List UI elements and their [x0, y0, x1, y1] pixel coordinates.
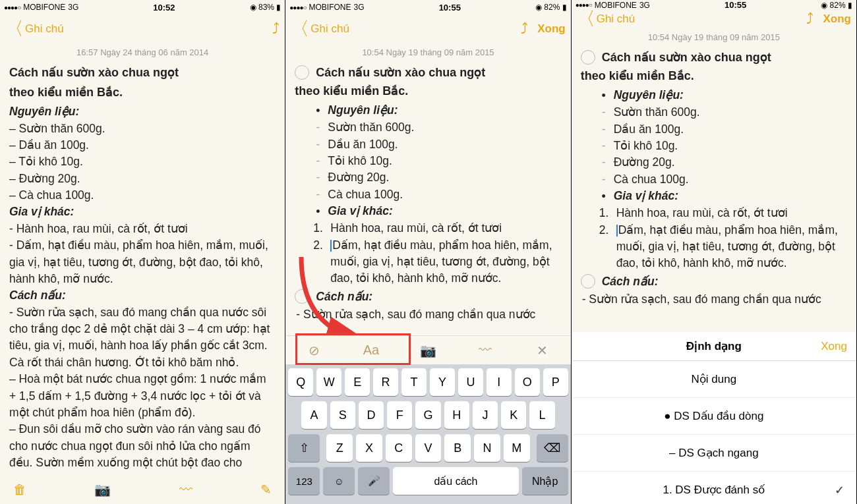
return-key[interactable]: Nhập: [522, 467, 568, 495]
section-heading: Cách nấu:: [9, 287, 276, 304]
note-title-line1: Cách nấu sườn xào chua ngọt: [9, 64, 276, 81]
done-button[interactable]: Xong: [537, 22, 566, 36]
key-m[interactable]: M: [504, 434, 530, 462]
checkbox-circle[interactable]: [581, 50, 595, 65]
back-button[interactable]: 〈 Ghi chú: [5, 20, 64, 38]
battery-percent: ◉ 82% ▮: [535, 3, 567, 12]
section-heading: Nguyên liệu:: [9, 103, 276, 120]
key-e[interactable]: E: [345, 368, 370, 396]
key-y[interactable]: Y: [430, 368, 455, 396]
format-option-numbered[interactable]: 1. DS Được đánh số ✓: [572, 472, 856, 504]
ingredient-item: Đường 20g.: [328, 169, 561, 186]
section-heading: Gia vị khác:: [614, 188, 847, 205]
close-icon[interactable]: ✕: [529, 343, 555, 358]
checkbox-circle[interactable]: [295, 289, 309, 304]
sketch-icon[interactable]: 〰: [179, 482, 192, 497]
key-j[interactable]: J: [473, 401, 498, 429]
key-h[interactable]: H: [444, 401, 469, 429]
ingredient-item: Cà chua 100g.: [614, 171, 847, 188]
bottom-toolbar: 🗑 📷 〰 ✎: [0, 475, 285, 504]
chevron-left-icon: 〈: [291, 20, 309, 38]
key-s[interactable]: S: [330, 401, 355, 429]
key-q[interactable]: Q: [288, 368, 313, 396]
signal-dots: ●●●●○: [289, 4, 306, 11]
checkbox-circle[interactable]: [295, 65, 309, 80]
key-d[interactable]: D: [359, 401, 384, 429]
signal-dots: ●●●●○: [576, 1, 592, 9]
sketch-icon[interactable]: 〰: [472, 343, 498, 358]
network: 3G: [639, 1, 650, 10]
key-n[interactable]: N: [474, 434, 500, 462]
compose-icon[interactable]: ✎: [260, 482, 272, 497]
note-timestamp: 10:54 Ngày 19 tháng 09 năm 2015: [572, 28, 856, 49]
carrier: MOBIFONE: [595, 1, 637, 10]
back-button[interactable]: 〈 Ghi chú: [291, 20, 349, 38]
key-a[interactable]: A: [301, 401, 326, 429]
step-item: Sườn rửa sạch, sau đó mang chần qua nước…: [9, 304, 276, 372]
shift-key[interactable]: ⇧: [288, 434, 320, 462]
spice-item: Dấm, hạt điều màu, phẩm hoa hiên, mắm, m…: [9, 237, 276, 287]
key-i[interactable]: I: [487, 368, 512, 396]
key-g[interactable]: G: [415, 401, 440, 429]
back-button[interactable]: 〈 Ghi chú: [577, 10, 635, 28]
checkbox-circle[interactable]: [581, 274, 595, 289]
key-t[interactable]: T: [401, 368, 427, 396]
list-item: Hành hoa, rau mùi, cà rốt, ớt tươi: [330, 220, 561, 237]
camera-icon[interactable]: 📷: [415, 343, 441, 358]
format-option-dashed[interactable]: – DS Gạch ngang: [572, 435, 856, 472]
emoji-key[interactable]: ☺: [323, 467, 355, 495]
phone-2: ●●●●○ MOBIFONE 3G 10:55 ◉ 82% ▮ 〈 Ghi ch…: [285, 0, 571, 504]
key-f[interactable]: F: [387, 401, 412, 429]
step-item: Sườn rửa sạch, sau đó mang chần qua nước: [581, 291, 847, 308]
ingredient-item: Dầu ăn 100g.: [9, 137, 276, 154]
battery-percent: ◉ 83% ▮: [250, 3, 281, 12]
checklist-title-row: Cách nấu sườn xào chua ngọt: [295, 64, 561, 81]
done-button[interactable]: Xong: [823, 13, 851, 26]
section-heading: Nguyên liệu:: [614, 87, 847, 104]
key-c[interactable]: C: [386, 434, 412, 462]
nav-bar: 〈 Ghi chú ⤴ Xong: [572, 10, 856, 28]
note-body[interactable]: Cách nấu sườn xào chua ngọt theo kiểu mi…: [285, 64, 570, 335]
note-body[interactable]: Cách nấu sườn xào chua ngọt theo kiểu mi…: [0, 64, 285, 475]
step-item: Đun sôi dầu mỡ cho sườn vào rán vàng sau…: [9, 421, 276, 471]
key-z[interactable]: Z: [326, 434, 353, 462]
key-p[interactable]: P: [543, 368, 568, 396]
key-w[interactable]: W: [316, 368, 341, 396]
list-item: Dấm, hạt điều màu, phẩm hoa hiên, mắm, m…: [616, 222, 847, 272]
mic-key[interactable]: 🎤: [358, 467, 390, 495]
camera-icon[interactable]: 📷: [94, 482, 111, 497]
share-icon[interactable]: ⤴: [521, 20, 528, 38]
trash-icon[interactable]: 🗑: [13, 482, 26, 497]
share-icon[interactable]: ⤴: [272, 20, 280, 38]
note-body[interactable]: Cách nấu sườn xào chua ngọt theo kiểu mi…: [572, 49, 856, 332]
phone-1: ●●●●○ MOBIFONE 3G 10:52 ◉ 83% ▮ 〈 Ghi ch…: [0, 0, 285, 504]
key-v[interactable]: V: [415, 434, 442, 462]
ingredient-item: Cà chua 100g.: [328, 186, 561, 203]
format-done-button[interactable]: Xong: [821, 340, 847, 353]
number-key[interactable]: 123: [288, 467, 320, 495]
ingredient-item: Tỏi khô 10g.: [9, 154, 276, 170]
text-format-icon[interactable]: Aa: [358, 343, 384, 358]
status-bar: ●●●●○ MOBIFONE 3G 10:55 ◉ 82% ▮: [572, 0, 856, 10]
list-item: Dấm, hạt điều màu, phẩm hoa hiên, mắm, m…: [330, 237, 561, 287]
format-option-body[interactable]: Nội dung: [572, 361, 856, 398]
key-o[interactable]: O: [515, 368, 540, 396]
ingredient-item: Đường 20g.: [614, 154, 847, 171]
key-b[interactable]: B: [444, 434, 471, 462]
key-k[interactable]: K: [501, 401, 526, 429]
checklist-icon[interactable]: ⊘: [301, 343, 328, 358]
carrier: MOBIFONE: [23, 3, 65, 12]
chevron-left-icon: 〈: [5, 20, 24, 38]
key-x[interactable]: X: [356, 434, 382, 462]
share-icon[interactable]: ⤴: [806, 11, 813, 28]
space-key[interactable]: dấu cách: [393, 467, 518, 495]
backspace-key[interactable]: ⌫: [537, 434, 568, 462]
note-title-line2: theo kiểu miền Bắc.: [9, 84, 276, 101]
format-option-bulleted[interactable]: ● DS Dấu đầu dòng: [572, 398, 856, 435]
keyboard: QWERTYUIOP ASDFGHJKL ⇧ ZXCVBNM ⌫ 123 ☺ 🎤…: [285, 364, 570, 504]
section-heading: Cách nấu:: [316, 289, 372, 305]
key-u[interactable]: U: [458, 368, 483, 396]
chevron-left-icon: 〈: [577, 10, 595, 28]
key-r[interactable]: R: [373, 368, 398, 396]
key-l[interactable]: L: [529, 401, 554, 429]
